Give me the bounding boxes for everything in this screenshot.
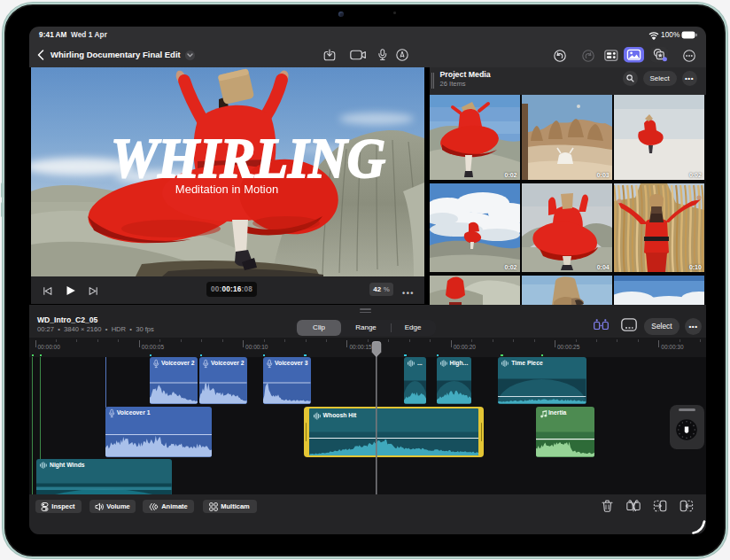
svg-text:WHIRLING: WHIRLING bbox=[111, 126, 385, 189]
svg-text:Inertia: Inertia bbox=[548, 409, 567, 416]
svg-text:Meditation in Motion: Meditation in Motion bbox=[175, 182, 277, 195]
